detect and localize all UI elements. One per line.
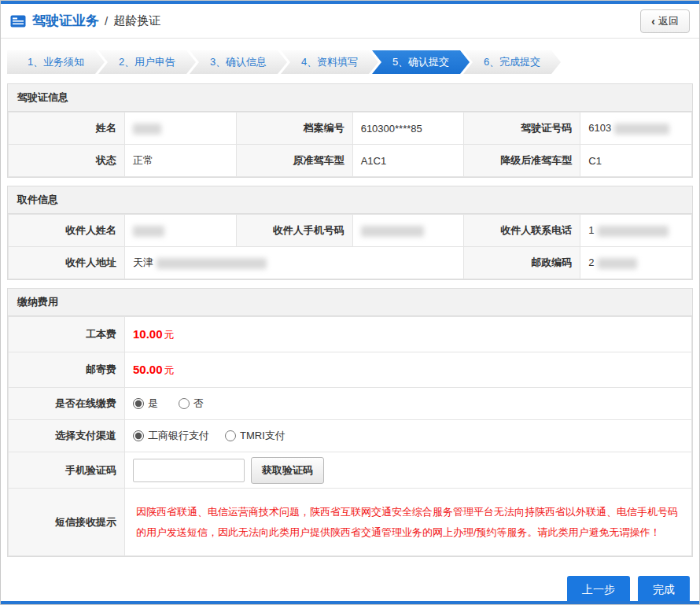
recipient-name-label: 收件人姓名 [9,215,125,247]
back-button-label: 返回 [658,14,679,28]
sms-notice-text: 因陕西省联通、电信运营商技术问题，陕西省互联网交通安全综合服务管理平台无法向持陕… [133,492,683,552]
recipient-tel-value: 1 [580,215,692,247]
page: 驾驶证业务 / 超龄换证 ‹ 返回 1、业务须知 2、用户申告 3、确认信息 4… [0,0,700,605]
address-value: 天津 [125,247,464,279]
radio-tmri[interactable] [225,430,236,441]
fees-table: 工本费 10.00元 邮寄费 50.00元 是否在线缴费 是 [8,316,692,556]
payment-channel-label: 选择支付渠道 [9,420,125,452]
table-row: 收件人地址 天津 邮政编码 2 [9,247,692,279]
chevron-left-icon: ‹ [651,15,655,28]
recipient-name-value [125,215,237,247]
back-button[interactable]: ‹ 返回 [640,9,690,33]
step-tab-3[interactable]: 3、确认信息 [190,50,287,74]
status-label: 状态 [9,145,125,177]
name-value [125,113,237,145]
original-vehicle-type-value: A1C1 [352,145,464,177]
sms-notice-label: 短信接收提示 [9,489,125,556]
step-tab-6[interactable]: 6、完成提交 [463,50,561,74]
previous-step-button[interactable]: 上一步 [567,576,630,604]
table-row: 邮寄费 50.00元 [9,352,692,388]
get-code-button[interactable]: 获取验证码 [251,457,324,484]
sms-code-label: 手机验证码 [9,452,125,489]
license-business-icon [10,15,26,28]
masked-value [361,226,424,237]
page-title: 驾驶证业务 [32,12,99,30]
online-payment-label: 是否在线缴费 [9,388,125,420]
production-fee-value: 10.00元 [125,317,692,352]
postcode-label: 邮政编码 [464,247,580,279]
archive-number-value: 610300****85 [352,113,464,145]
table-row: 姓名 档案编号 610300****85 驾驶证号码 6103 [9,113,692,145]
header: 驾驶证业务 / 超龄换证 ‹ 返回 [1,4,699,39]
fees-section: 缴纳费用 工本费 10.00元 邮寄费 50.00元 是否在线缴费 [7,288,693,557]
masked-value [133,226,164,237]
license-number-label: 驾驶证号码 [464,113,580,145]
finish-button[interactable]: 完成 [638,576,690,604]
postcode-value: 2 [580,247,692,279]
step-tab-1[interactable]: 1、业务须知 [7,50,105,74]
step-breadcrumb: 1、业务须知 2、用户申告 3、确认信息 4、资料填写 5、确认提交 6、完成提… [7,50,693,74]
sms-notice-cell: 因陕西省联通、电信运营商技术问题，陕西省互联网交通安全综合服务管理平台无法向持陕… [125,489,692,556]
pickup-info-section: 取件信息 收件人姓名 收件人手机号码 收件人联系电话 1 收件人地址 天津 邮政… [7,186,693,280]
online-payment-yes-radio[interactable]: 是 [133,397,158,411]
radio-yes[interactable] [133,398,144,409]
radio-icbc[interactable] [133,430,144,441]
online-payment-no-radio[interactable]: 否 [179,397,204,411]
channel-icbc-radio[interactable]: 工商银行支付 [133,429,209,443]
fees-title: 缴纳费用 [8,289,692,316]
step-tab-5-active[interactable]: 5、确认提交 [372,50,470,74]
pickup-info-title: 取件信息 [8,186,692,214]
license-info-section: 驾驶证信息 姓名 档案编号 610300****85 驾驶证号码 6103 状态… [7,83,693,178]
postage-fee-value: 50.00元 [125,352,692,388]
footer-actions: 上一步 完成 [1,565,699,604]
table-row: 手机验证码 获取验证码 [9,452,692,489]
license-info-table: 姓名 档案编号 610300****85 驾驶证号码 6103 状态 正常 原准… [8,112,692,177]
downgraded-vehicle-type-label: 降级后准驾车型 [464,145,580,177]
table-row: 是否在线缴费 是 否 [9,388,692,420]
masked-value [133,124,161,135]
page-subtitle: 超龄换证 [113,13,160,28]
postage-fee-label: 邮寄费 [9,352,125,388]
original-vehicle-type-label: 原准驾车型 [236,145,352,177]
masked-value [157,258,267,269]
masked-value [614,124,669,135]
table-row: 收件人姓名 收件人手机号码 收件人联系电话 1 [9,215,692,247]
name-label: 姓名 [9,113,125,145]
radio-no[interactable] [179,398,190,409]
masked-value [598,258,637,269]
channel-tmri-radio[interactable]: TMRI支付 [225,429,286,443]
bottom-accent-bar [1,601,699,604]
license-info-title: 驾驶证信息 [8,84,692,112]
table-row: 选择支付渠道 工商银行支付 TMRI支付 [9,420,692,452]
production-fee-label: 工本费 [9,317,125,352]
table-row: 工本费 10.00元 [9,317,692,352]
sms-code-field: 获取验证码 [125,452,692,489]
step-tab-2[interactable]: 2、用户申告 [98,50,196,74]
online-payment-options: 是 否 [125,388,692,420]
license-number-value: 6103 [580,113,692,145]
sms-code-input[interactable] [133,459,245,482]
table-row: 短信接收提示 因陕西省联通、电信运营商技术问题，陕西省互联网交通安全综合服务管理… [9,489,692,556]
recipient-tel-label: 收件人联系电话 [464,215,580,247]
recipient-phone-value [352,215,464,247]
payment-channel-options: 工商银行支付 TMRI支付 [125,420,692,452]
step-tab-4[interactable]: 4、资料填写 [281,50,378,74]
masked-value [598,226,669,237]
table-row: 状态 正常 原准驾车型 A1C1 降级后准驾车型 C1 [9,145,692,177]
archive-number-label: 档案编号 [236,113,352,145]
recipient-phone-label: 收件人手机号码 [236,215,352,247]
pickup-info-table: 收件人姓名 收件人手机号码 收件人联系电话 1 收件人地址 天津 邮政编码 2 [8,214,692,279]
title-separator: / [105,14,108,28]
downgraded-vehicle-type-value: C1 [580,145,692,177]
status-value: 正常 [125,145,237,177]
address-label: 收件人地址 [9,247,125,279]
